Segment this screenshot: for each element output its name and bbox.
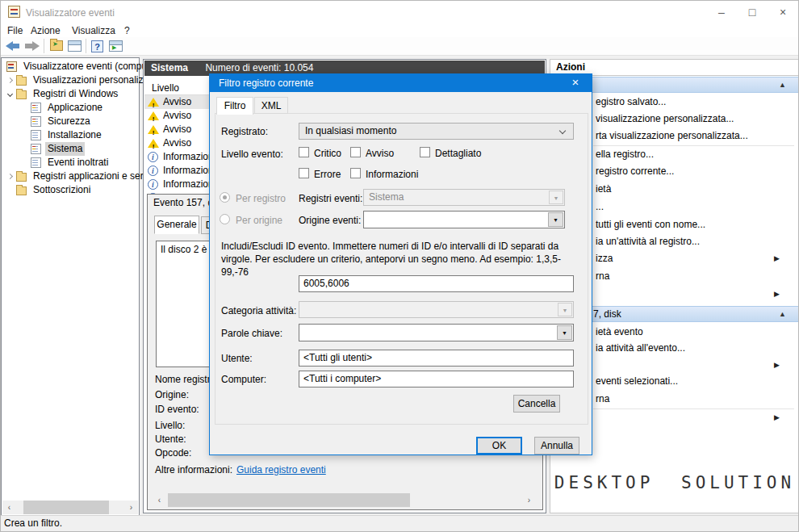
folder-icon — [16, 90, 27, 99]
dialog-titlebar[interactable]: Filtro registro corrente × — [210, 74, 592, 92]
action-aggiorna[interactable]: rna — [596, 269, 783, 284]
registrato-label: Registrato: — [221, 126, 268, 137]
action-cancella-registro[interactable]: ella registro... — [596, 147, 783, 162]
collapse-icon[interactable]: ▲ — [779, 307, 786, 322]
event-log-help-link[interactable]: Guida registro eventi — [236, 464, 326, 475]
tree-item-applicazione[interactable]: Applicazione — [2, 101, 139, 115]
radio-per-origine[interactable] — [220, 214, 230, 224]
cancella-button[interactable]: Cancella — [513, 395, 560, 413]
open-saved-log-icon[interactable] — [50, 40, 63, 51]
utente-input[interactable]: <Tutti gli utenti> — [299, 350, 574, 367]
action-salva-tutti-eventi[interactable]: tutti gli eventi con nome... — [596, 217, 783, 232]
radio-per-origine-label[interactable]: Per origine — [236, 215, 282, 226]
tab-filtro[interactable]: Filtro — [216, 97, 253, 115]
checkbox-dettagliato[interactable] — [420, 147, 430, 157]
close-button[interactable]: × — [769, 1, 797, 23]
checkbox-critico[interactable] — [299, 147, 309, 157]
action-importa-visualizzazione[interactable]: rta visualizzazione personalizzata... — [596, 128, 783, 144]
action-filtro-registro-corrente[interactable]: registro corrente... — [596, 164, 783, 179]
help-icon[interactable]: ? — [91, 40, 103, 52]
log-icon — [31, 116, 41, 127]
tree-item-eventi-inoltrati[interactable]: Eventi inoltrati — [2, 156, 139, 170]
scrollbar-thumb[interactable] — [23, 501, 109, 514]
action-guida-evento[interactable] — [596, 410, 783, 425]
checkbox-informazioni[interactable] — [350, 168, 361, 178]
detail-horizontal-scrollbar[interactable]: ‹ › — [153, 493, 536, 507]
tab-generale[interactable]: Generale — [154, 216, 199, 234]
menu-file[interactable]: File — [7, 24, 23, 37]
action-guida[interactable] — [596, 287, 783, 302]
tree-horizontal-scrollbar[interactable]: ‹ › — [2, 501, 138, 514]
tree-item-visualizzazioni-personalizzate[interactable]: Visualizzazioni personalizzate — [2, 73, 139, 87]
action-copia[interactable] — [596, 358, 783, 373]
action-proprieta[interactable]: ietà — [596, 182, 783, 197]
menu-help[interactable]: ? — [124, 24, 130, 37]
menu-visualizza[interactable]: Visualizza — [72, 24, 115, 37]
tree-item-installazione[interactable]: Installazione — [2, 128, 139, 142]
tree-item-sicurezza[interactable]: Sicurezza — [2, 115, 139, 128]
checkbox-errore[interactable] — [299, 168, 309, 178]
tab-xml[interactable]: XML — [254, 97, 288, 114]
minimize-button[interactable]: – — [708, 1, 735, 23]
filter-current-log-dialog: Filtro registro corrente × Filtro XML Re… — [209, 73, 592, 455]
checkbox-critico-label[interactable]: Critico — [314, 148, 341, 159]
collapse-icon[interactable]: ▲ — [779, 77, 786, 93]
registrato-combobox[interactable]: In qualsiasi momento — [299, 123, 574, 140]
log-event-count: Numero di eventi: 10.054 — [205, 62, 313, 73]
tree-item-registri-di-windows[interactable]: Registri di Windows — [2, 87, 139, 101]
tree-item-registri-applicazioni[interactable]: Registri applicazioni e servizi — [2, 170, 139, 183]
utente-label: Utente: — [221, 353, 253, 364]
annulla-button[interactable]: Annulla — [534, 437, 579, 455]
toolbar: ? — [1, 37, 798, 56]
console-window-icon[interactable] — [68, 40, 82, 52]
info-icon: i — [148, 179, 158, 190]
tree-root-event-viewer[interactable]: Visualizzatore eventi (computer — [2, 60, 139, 73]
action-crea-visualizzazione[interactable]: visualizzazione personalizzata... — [596, 111, 783, 127]
origine-eventi-combobox[interactable]: ▼ — [363, 211, 565, 228]
radio-per-registro[interactable] — [220, 192, 230, 203]
action-visualizza[interactable]: izza — [596, 251, 783, 266]
action-trova[interactable]: ... — [596, 199, 783, 215]
scroll-right-icon[interactable]: › — [124, 501, 138, 514]
computer-label: Computer: — [221, 374, 266, 385]
checkbox-informazioni-label[interactable]: Informazioni — [366, 169, 418, 180]
action-proprieta-evento[interactable]: ietà evento — [596, 325, 783, 340]
computer-input[interactable]: <Tutti i computer> — [299, 371, 574, 387]
dialog-title: Filtro registro corrente — [219, 77, 313, 89]
scroll-left-icon[interactable]: ‹ — [153, 493, 166, 507]
field-id-evento: ID evento: — [155, 404, 199, 415]
console-tree: Visualizzatore eventi (computer Visualiz… — [2, 60, 139, 197]
tree-item-sistema[interactable]: Sistema — [2, 142, 139, 156]
dropdown-arrow-icon[interactable]: ▼ — [557, 325, 572, 340]
log-icon — [31, 103, 41, 113]
console-action-icon[interactable] — [109, 40, 123, 52]
warning-icon — [148, 124, 159, 135]
forward-icon[interactable] — [25, 41, 40, 51]
dialog-close-icon[interactable]: × — [563, 74, 588, 92]
checkbox-dettagliato-label[interactable]: Dettagliato — [435, 148, 481, 159]
actions-separator — [593, 408, 794, 409]
maximize-button[interactable]: □ — [738, 1, 766, 23]
checkbox-avviso[interactable] — [350, 147, 361, 157]
checkbox-errore-label[interactable]: Errore — [314, 169, 341, 180]
action-aggiorna-evento[interactable]: rna — [596, 392, 783, 407]
checkbox-avviso-label[interactable]: Avviso — [366, 148, 394, 159]
field-livello: Livello: — [155, 420, 185, 431]
back-icon[interactable] — [6, 41, 20, 51]
tree-item-sottoscrizioni[interactable]: Sottoscrizioni — [2, 183, 139, 197]
submenu-arrow-icon: ▶ — [774, 287, 785, 302]
menu-azione[interactable]: Azione — [31, 24, 61, 37]
action-associa-attivita-registro[interactable]: ia un'attività al registro... — [596, 234, 783, 249]
action-apri-registro-salvato[interactable]: egistro salvato... — [596, 94, 783, 110]
parole-chiave-combobox[interactable]: ▼ — [299, 324, 574, 341]
scroll-right-icon[interactable]: › — [522, 493, 536, 507]
action-associa-attivita-evento[interactable]: ia attività all'evento... — [596, 341, 783, 356]
scrollbar-thumb[interactable] — [168, 493, 410, 507]
event-id-input[interactable]: 6005,6006 — [299, 275, 574, 292]
ok-button[interactable]: OK — [476, 437, 522, 455]
scroll-left-icon[interactable]: ‹ — [2, 501, 16, 514]
dropdown-arrow-icon[interactable]: ▼ — [548, 212, 563, 227]
action-salva-eventi-selezionati[interactable]: eventi selezionati... — [596, 374, 783, 389]
radio-per-registro-label[interactable]: Per registro — [236, 193, 286, 204]
categoria-attivita-label: Categoria attività: — [221, 305, 296, 316]
